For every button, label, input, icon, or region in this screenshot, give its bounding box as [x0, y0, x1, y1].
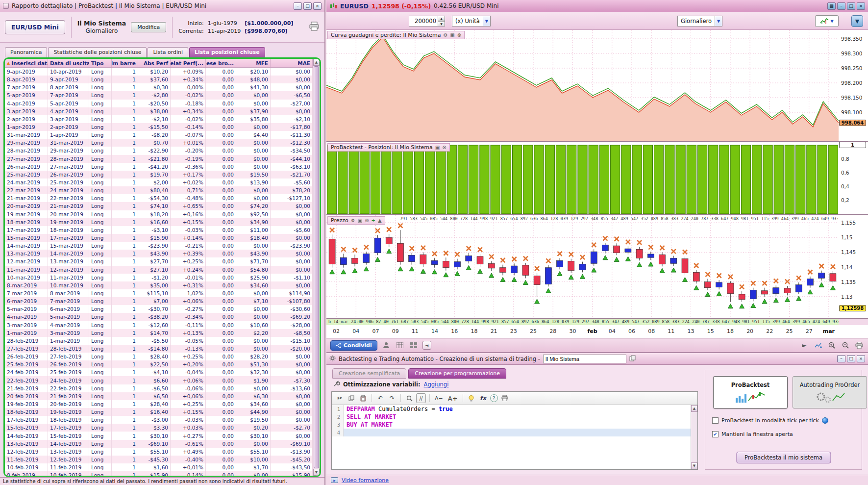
- collapse-panel-icon[interactable]: ▼: [851, 15, 863, 27]
- positions-axis[interactable]: 0,80,60,40,21: [839, 142, 868, 215]
- tab-lista-ordini[interactable]: Lista ordini: [148, 47, 188, 57]
- zoom-in-icon[interactable]: [827, 340, 837, 350]
- table-row[interactable]: 10-mar-201911-mar-2019Long1-$1,20-0,01%0…: [5, 274, 313, 281]
- wrench-icon[interactable]: ⚙: [443, 33, 447, 38]
- table-row[interactable]: 9-apr-201910-apr-2019Long1$10,20+0,09%0,…: [5, 68, 313, 76]
- table-row[interactable]: 11-mar-201912-mar-2019Long1$27,10+0,24%0…: [5, 266, 313, 274]
- table-row[interactable]: 19-feb-201920-feb-2019Long1$28,40+0,25%0…: [5, 400, 313, 408]
- table-row[interactable]: 14-feb-201915-feb-2019Long1$30,10+0,27%0…: [5, 432, 313, 439]
- print-icon[interactable]: [309, 22, 320, 33]
- modify-button[interactable]: Modifica: [131, 22, 166, 32]
- column-header-type[interactable]: Tipo: [89, 59, 112, 67]
- table-row[interactable]: 5-mar-20196-mar-2019Long1-$30,70-0,27%0,…: [5, 305, 313, 313]
- table-row[interactable]: 31-mar-20191-apr-2019Long1-$8,20-0,07%0,…: [5, 131, 313, 139]
- detach-window-icon[interactable]: ▣: [435, 145, 440, 150]
- maximize-icon[interactable]: □: [847, 2, 855, 10]
- column-header-rel-perf[interactable]: Relat Perf(...: [171, 59, 206, 67]
- quantity-stepper[interactable]: 200000 ▲ ▼: [409, 16, 445, 26]
- table-row[interactable]: 22-feb-201924-feb-2019Long1$6,60+0,06%0,…: [5, 376, 313, 384]
- maximize-icon[interactable]: □: [847, 355, 855, 362]
- table-row[interactable]: 7-mar-20198-mar-2019Long1-$115,10-1,02%0…: [5, 289, 313, 297]
- time-axis[interactable]: 02040709111416182123252830feb04060811131…: [326, 325, 868, 338]
- table-row[interactable]: 2-apr-20193-apr-2019Long1-$2,10-0,02%0,0…: [5, 115, 313, 123]
- collapse-left-icon[interactable]: ◄: [422, 341, 431, 350]
- comment-icon[interactable]: //: [416, 393, 426, 403]
- price-pane[interactable]: Prezzo ⚙ ▣ ⊗ + ▲ 791 583 545 085 544 800…: [326, 215, 839, 319]
- table-row[interactable]: 8-feb-201910-feb-2019Long1-$15,90-0,14%0…: [5, 471, 313, 476]
- table-row[interactable]: 4-apr-20195-apr-2019Long1-$20,50-0,18%0,…: [5, 100, 313, 107]
- table-row[interactable]: 12-mar-201913-mar-2019Long1$27,70+0,25%0…: [5, 257, 313, 265]
- tick-mode-checkbox-row[interactable]: ProBacktest in modalità tick per tick: [712, 417, 828, 424]
- chart-style-button[interactable]: ▼: [815, 15, 839, 27]
- scrollbar-thumb[interactable]: [314, 66, 319, 468]
- trader-profile-icon[interactable]: [381, 340, 391, 350]
- code-line[interactable]: 3BUY AT MARKET: [332, 421, 691, 429]
- table-row[interactable]: 21-mar-201922-mar-2019Long1-$54,30-0,48%…: [5, 194, 313, 202]
- table-row[interactable]: 15-feb-201917-feb-2019Long1$3,30+0,03%0,…: [5, 424, 313, 432]
- table-view-icon[interactable]: [395, 340, 405, 350]
- backtesting-titlebar[interactable]: Backtesting e Trading Automatico - Creaz…: [326, 353, 868, 365]
- duplicate-icon[interactable]: [629, 355, 636, 363]
- scroll-up-icon[interactable]: ▲: [313, 59, 320, 66]
- table-row[interactable]: 29-mar-201931-mar-2019Long1$0,70+0,01%0,…: [5, 139, 313, 147]
- code-line[interactable]: 1DEFPARAM CumulateOrders = true: [332, 405, 691, 413]
- column-header-fees[interactable]: Spese bro...: [206, 59, 236, 67]
- font-increase-icon[interactable]: A+: [446, 393, 459, 403]
- table-row[interactable]: 12-feb-201913-feb-2019Long1$55,10+0,49%0…: [5, 448, 313, 456]
- table-row[interactable]: 25-feb-201926-feb-2019Long1$22,50+0,20%0…: [5, 360, 313, 368]
- editor-scrollbar[interactable]: ▲ ▼: [691, 405, 697, 469]
- paste-icon[interactable]: [358, 393, 368, 403]
- instrument-button[interactable]: EUR/USD Mini: [5, 20, 65, 34]
- pane-up-icon[interactable]: ▲: [378, 218, 382, 223]
- table-row[interactable]: 5-apr-20197-apr-2019Long1-$2,80-0,02%0,0…: [5, 91, 313, 99]
- quantity-down-icon[interactable]: ▼: [438, 21, 445, 26]
- table-row[interactable]: 3-mar-20194-mar-2019Long1-$12,60-0,11%0,…: [5, 321, 313, 329]
- cut-icon[interactable]: ✂: [335, 393, 345, 403]
- table-row[interactable]: 6-mar-20197-mar-2019Long1$7,00+0,06%0,00…: [5, 297, 313, 305]
- search-icon[interactable]: [404, 393, 414, 403]
- report-titlebar[interactable]: Rapporto dettagliato | ProBacktest | Il …: [0, 0, 324, 12]
- close-pane-icon[interactable]: ⊗: [442, 145, 446, 150]
- tab-statistiche-posizioni-chiuse[interactable]: Statistiche delle posizioni chiuse: [48, 47, 147, 57]
- scroll-down-icon[interactable]: ▼: [313, 469, 320, 476]
- table-row[interactable]: 4-mar-20195-mar-2019Long1-$38,20-0,34%0,…: [5, 313, 313, 321]
- timeframe-select[interactable]: Giornaliero ▼: [677, 16, 722, 26]
- equity-curve-pane[interactable]: Curva guadagni e perdite: Il Mio Sistema…: [326, 30, 839, 142]
- code-line[interactable]: 2SELL AT MARKET: [332, 413, 691, 421]
- copy-icon[interactable]: [347, 393, 356, 403]
- unit-select[interactable]: (x) Unità ▼: [452, 16, 491, 26]
- add-variable-link[interactable]: Aggiungi: [424, 381, 449, 388]
- table-row[interactable]: 26-feb-201927-feb-2019Long1$28,40+0,25%0…: [5, 353, 313, 360]
- redo-icon[interactable]: ↷: [387, 393, 397, 403]
- table-row[interactable]: 28-feb-20191-mar-2019Long1-$5,50-0,05%0,…: [5, 337, 313, 345]
- close-icon[interactable]: ×: [313, 2, 322, 10]
- print-icon[interactable]: [854, 340, 864, 350]
- scroll-down-icon[interactable]: ▼: [691, 462, 697, 469]
- table-row[interactable]: 13-mar-201914-mar-2019Long1$43,90+0,39%0…: [5, 250, 313, 257]
- quantity-up-icon[interactable]: ▲: [438, 16, 445, 21]
- minimize-icon[interactable]: –: [837, 355, 845, 362]
- table-row[interactable]: 11-feb-201912-feb-2019Long1-$45,30-0,40%…: [5, 456, 313, 463]
- tab-panoramica[interactable]: Panoramica: [5, 47, 47, 57]
- detach-window-icon[interactable]: ▣: [450, 33, 454, 38]
- globe-info-icon[interactable]: [822, 417, 828, 424]
- undo-icon[interactable]: ↶: [375, 393, 385, 403]
- tab-creazione-semplificata[interactable]: Creazione semplificata: [332, 368, 406, 379]
- wrench-icon[interactable]: ⚙: [351, 218, 355, 223]
- expand-right-icon[interactable]: ►: [799, 340, 809, 350]
- table-row[interactable]: 22-mar-201924-mar-2019Long1-$80,40-0,71%…: [5, 186, 313, 194]
- print-icon[interactable]: [500, 393, 510, 403]
- table-row[interactable]: 7-apr-20198-apr-2019Long1-$0,30-0,00%0,0…: [5, 83, 313, 91]
- price-axis[interactable]: 1,1551,151,1451,141,1351,131,12598: [839, 215, 868, 319]
- table-row[interactable]: 17-mar-201918-mar-2019Long1-$3,10-0,03%0…: [5, 226, 313, 234]
- table-row[interactable]: 13-feb-201914-feb-2019Long1-$69,10-0,61%…: [5, 440, 313, 448]
- table-scrollbar[interactable]: ▲ ▼: [313, 59, 320, 476]
- table-row[interactable]: 19-mar-201920-mar-2019Long1$18,20+0,16%0…: [5, 210, 313, 218]
- table-row[interactable]: 24-feb-201925-feb-2019Long1-$4,10-0,04%0…: [5, 368, 313, 376]
- code-line[interactable]: 4: [332, 429, 691, 436]
- detach-window-icon[interactable]: ▣: [358, 218, 362, 223]
- positions-pane[interactable]: ProBacktest - Posizioni: Il Mio Sistema …: [326, 142, 839, 215]
- table-row[interactable]: 18-mar-201919-mar-2019Long1$16,60+0,15%0…: [5, 218, 313, 226]
- table-row[interactable]: 8-mar-201910-mar-2019Long1$35,00+0,31%0,…: [5, 281, 313, 289]
- minimize-icon[interactable]: –: [837, 2, 845, 10]
